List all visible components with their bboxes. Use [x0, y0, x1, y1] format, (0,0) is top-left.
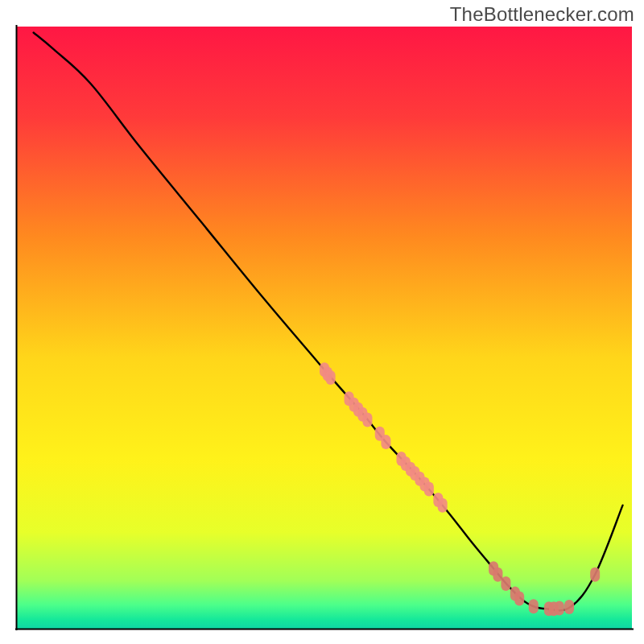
marker-point — [326, 370, 336, 385]
marker-point — [493, 568, 502, 582]
marker-point — [555, 601, 564, 616]
watermark-text: TheBottlenecker.com — [450, 3, 634, 26]
marker-point — [501, 576, 510, 591]
bottleneck-chart — [0, 0, 644, 644]
marker-point — [590, 568, 600, 582]
marker-point — [514, 592, 524, 606]
plot-background — [17, 27, 632, 629]
marker-point — [362, 412, 372, 427]
marker-point — [438, 498, 448, 513]
marker-point — [381, 435, 390, 449]
marker-point — [529, 599, 539, 613]
marker-point — [424, 481, 434, 496]
marker-point — [564, 600, 574, 614]
